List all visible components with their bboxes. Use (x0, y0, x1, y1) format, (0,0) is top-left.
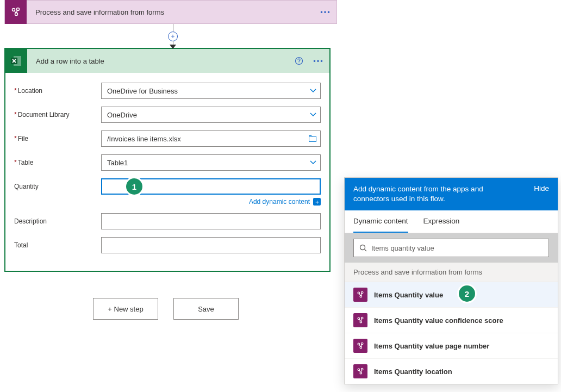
ai-builder-icon (353, 313, 367, 327)
trigger-title: Process and save information from forms (27, 8, 315, 16)
add-dynamic-content-link[interactable]: Add dynamic content ＋ (249, 198, 321, 206)
svg-line-11 (365, 250, 367, 252)
svg-rect-9 (309, 136, 316, 142)
callout-badge-2: 2 (459, 285, 475, 302)
tab-dynamic-content[interactable]: Dynamic content (353, 210, 408, 233)
dc-item-quantity-value[interactable]: Items Quantity value 2 (345, 282, 558, 308)
ai-builder-icon (353, 364, 367, 378)
file-label: *File (14, 135, 101, 142)
action-title: Add a row into a table (27, 57, 295, 65)
svg-line-3 (15, 11, 16, 14)
hide-panel-button[interactable]: Hide (534, 184, 549, 192)
action-card: Add a row into a table ••• *Location *Do… (4, 48, 331, 272)
document-library-label: *Document Library (14, 111, 101, 119)
svg-point-14 (360, 296, 362, 298)
svg-point-19 (360, 321, 362, 323)
table-label: *Table (14, 159, 101, 166)
svg-line-30 (359, 370, 360, 372)
arrow-down-icon (170, 45, 176, 49)
ai-builder-icon (353, 288, 367, 302)
svg-line-4 (17, 10, 17, 13)
dc-item-quantity-location[interactable]: Items Quantity location (345, 359, 558, 384)
plus-icon: ＋ (313, 198, 321, 206)
svg-line-31 (361, 370, 361, 372)
folder-picker-icon[interactable] (309, 135, 316, 142)
svg-point-2 (15, 13, 18, 16)
help-icon[interactable] (295, 57, 308, 65)
action-header[interactable]: Add a row into a table ••• (5, 49, 329, 73)
svg-line-15 (359, 294, 360, 296)
svg-point-10 (360, 245, 365, 250)
dynamic-content-search[interactable] (353, 239, 549, 257)
svg-line-25 (359, 345, 360, 347)
svg-line-20 (359, 319, 360, 321)
svg-point-8 (298, 63, 299, 63)
new-step-button[interactable]: + New step (93, 298, 158, 320)
callout-badge-1: 1 (126, 178, 142, 195)
dynamic-content-group-header: Process and save information from forms (345, 263, 558, 282)
save-button[interactable]: Save (173, 298, 239, 320)
description-input[interactable] (101, 213, 321, 229)
add-step-inline-button[interactable]: + (168, 32, 178, 41)
total-label: Total (14, 241, 101, 249)
description-label: Description (14, 217, 101, 225)
dc-item-quantity-page[interactable]: Items Quantity value page number (345, 333, 558, 359)
dc-item-quantity-confidence[interactable]: Items Quantity value confidence score (345, 308, 558, 333)
dynamic-content-header: Add dynamic content from the apps and co… (345, 178, 558, 210)
search-icon (359, 244, 367, 252)
dynamic-content-panel: Add dynamic content from the apps and co… (344, 177, 558, 384)
svg-line-16 (361, 294, 361, 296)
svg-point-24 (360, 347, 362, 349)
ai-builder-icon (5, 0, 27, 24)
svg-line-21 (361, 319, 361, 321)
ai-builder-icon (353, 339, 367, 353)
dynamic-content-search-input[interactable] (371, 244, 548, 252)
total-input[interactable] (101, 237, 321, 253)
document-library-select[interactable] (101, 107, 321, 123)
excel-icon (5, 49, 27, 73)
table-select[interactable] (101, 154, 321, 171)
trigger-more-button[interactable]: ••• (315, 8, 336, 16)
file-input[interactable] (101, 130, 321, 147)
location-select[interactable] (101, 83, 321, 99)
tab-expression[interactable]: Expression (423, 210, 460, 233)
quantity-label: Quantity (14, 183, 101, 190)
connector: + (4, 24, 341, 48)
action-more-button[interactable]: ••• (308, 57, 329, 65)
svg-line-26 (361, 345, 361, 347)
trigger-card[interactable]: Process and save information from forms … (4, 0, 337, 24)
svg-point-29 (360, 372, 362, 375)
location-label: *Location (14, 87, 101, 95)
